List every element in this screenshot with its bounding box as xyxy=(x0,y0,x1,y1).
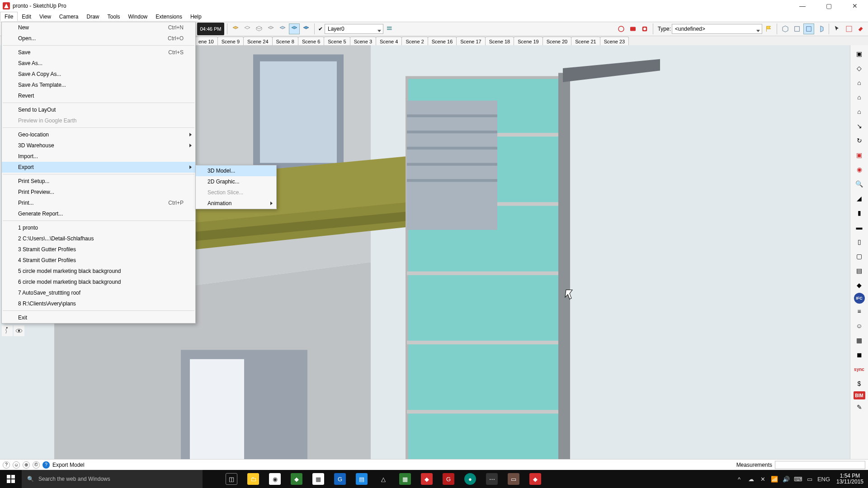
placeholder-icon[interactable]: ▣ xyxy=(853,47,866,61)
bim-badge[interactable]: BIM xyxy=(854,391,865,399)
credits-icon[interactable]: © xyxy=(33,461,40,469)
file-menu-item[interactable]: 8 R:\Clients\Avery\plans xyxy=(2,298,195,309)
menu-tools[interactable]: Tools xyxy=(104,12,124,21)
explorer-button[interactable]: 🗀 xyxy=(242,470,264,488)
wedge-icon[interactable]: ◢ xyxy=(853,192,866,205)
door-icon[interactable]: ▯ xyxy=(853,235,866,249)
component-icon[interactable] xyxy=(844,23,854,34)
export-submenu-item[interactable]: 3D Model... xyxy=(196,165,276,176)
home-outline-icon[interactable]: ⌂ xyxy=(853,90,866,104)
scene-tab[interactable]: Scene 17 xyxy=(456,37,485,46)
file-menu-item[interactable]: Save A Copy As... xyxy=(2,69,195,80)
file-menu-item[interactable]: 7 AutoSave_struttting roof xyxy=(2,287,195,298)
slab-icon[interactable]: ▬ xyxy=(853,221,866,234)
tray-lang[interactable]: ENG xyxy=(816,476,832,483)
scene-tab[interactable]: Scene 24 xyxy=(243,37,272,46)
dollar-icon[interactable]: $ xyxy=(853,377,866,390)
paint-icon[interactable] xyxy=(855,23,866,34)
roof-icon[interactable]: ◆ xyxy=(853,278,866,292)
scene-tab[interactable]: Scene 18 xyxy=(485,37,514,46)
export-submenu-item[interactable]: Animation xyxy=(196,198,276,209)
help-icon[interactable]: ? xyxy=(3,461,10,469)
taskbar-search[interactable]: 🔍 Search the web and Windows xyxy=(22,470,203,488)
file-menu-item[interactable]: Geo-location xyxy=(2,129,195,140)
plugin-red2-icon[interactable] xyxy=(627,23,638,34)
reload-icon[interactable]: ↻ xyxy=(853,134,866,147)
file-menu-item[interactable]: 5 circle model marketing black backgroun… xyxy=(2,266,195,277)
taskview-button[interactable]: ◫ xyxy=(221,470,242,488)
menu-draw[interactable]: Draw xyxy=(83,12,104,21)
home-icon[interactable]: ⌂ xyxy=(853,76,866,89)
solid-cube-icon[interactable]: ◼ xyxy=(853,348,866,361)
file-menu-item[interactable]: SaveCtrl+S xyxy=(2,47,195,58)
tray-tools-icon[interactable]: ✕ xyxy=(757,476,769,483)
user-icon[interactable]: ☺ xyxy=(13,461,20,469)
style-front-icon[interactable] xyxy=(230,23,241,34)
minimize-button[interactable]: — xyxy=(789,0,816,12)
style-mono-icon[interactable] xyxy=(301,23,311,34)
menu-extensions[interactable]: Extensions xyxy=(151,12,186,21)
file-menu-item[interactable]: Revert xyxy=(2,90,195,101)
plugin-red1-icon[interactable] xyxy=(616,23,627,34)
tray-action-icon[interactable]: ▭ xyxy=(804,476,816,483)
type-flag-icon[interactable] xyxy=(763,23,774,34)
layer-combo[interactable]: Layer0 xyxy=(325,24,383,34)
menu-view[interactable]: View xyxy=(35,12,55,21)
arrow-icon[interactable]: ↘ xyxy=(853,119,866,133)
close-button[interactable]: ✕ xyxy=(842,0,868,12)
style-wire-icon[interactable] xyxy=(254,23,264,34)
maximize-button[interactable]: ▢ xyxy=(816,0,842,12)
walk-icon[interactable] xyxy=(2,325,13,336)
app-g-button[interactable]: G xyxy=(329,470,351,488)
sheets-button[interactable]: ▦ xyxy=(394,470,416,488)
file-menu-item[interactable]: 4 Stramit Gutter Profiles xyxy=(2,255,195,266)
tray-overflow-icon[interactable]: ^ xyxy=(733,476,745,483)
ifc-icon[interactable]: IFC xyxy=(854,293,865,304)
measurements-input[interactable] xyxy=(775,461,865,469)
app-green-button[interactable]: ◆ xyxy=(286,470,307,488)
menu-window[interactable]: Window xyxy=(124,12,152,21)
people-icon[interactable]: ☺ xyxy=(853,319,866,333)
file-menu-item[interactable]: 6 circle model marketing black backgroun… xyxy=(2,277,195,287)
file-menu-item[interactable]: 2 C:\Users\...\Detail-Schlafhaus xyxy=(2,233,195,244)
menu-edit[interactable]: Edit xyxy=(18,12,35,21)
file-menu-item[interactable]: Exit xyxy=(2,312,195,323)
scene-tab[interactable]: Scene 23 xyxy=(600,37,629,46)
sketchup-button[interactable]: ◆ xyxy=(416,470,438,488)
scene-tab[interactable]: Scene 9 xyxy=(217,37,244,46)
app-g2-button[interactable]: G xyxy=(438,470,459,488)
export-submenu-item[interactable]: 2D Graphic... xyxy=(196,176,276,187)
style-back-icon[interactable] xyxy=(242,23,253,34)
style-shaded-icon[interactable] xyxy=(277,23,288,34)
scene-tab[interactable]: Scene 20 xyxy=(542,37,571,46)
look-icon[interactable] xyxy=(14,325,24,336)
app-grid-button[interactable]: ▦ xyxy=(307,470,329,488)
menu-camera[interactable]: Camera xyxy=(55,12,83,21)
scene-tab[interactable]: Scene 5 xyxy=(324,37,350,46)
camera-red-icon[interactable]: ▣ xyxy=(853,148,866,162)
wall-icon[interactable]: ▮ xyxy=(853,206,866,220)
sketchup2-button[interactable]: ◆ xyxy=(524,470,546,488)
menu-file[interactable]: File xyxy=(0,12,18,21)
layer-visible-checkbox[interactable]: ✔ xyxy=(317,26,324,32)
scene-tab[interactable]: Scene 6 xyxy=(298,37,324,46)
scene-tab[interactable]: ene 10 xyxy=(194,37,218,46)
tray-keyboard-icon[interactable]: ⌨ xyxy=(792,476,804,483)
scene-tab[interactable]: Scene 2 xyxy=(401,37,428,46)
file-menu-item[interactable]: Print...Ctrl+P xyxy=(2,197,195,208)
top-icon[interactable] xyxy=(792,23,802,34)
menu-help[interactable]: Help xyxy=(186,12,206,21)
scene-tab[interactable]: Scene 8 xyxy=(272,37,298,46)
file-menu-item[interactable]: 3 Stramit Gutter Profiles xyxy=(2,244,195,255)
file-menu-item[interactable]: 3D Warehouse xyxy=(2,140,195,151)
start-button[interactable] xyxy=(0,470,22,488)
scene-tab[interactable]: Scene 4 xyxy=(376,37,402,46)
tray-cloud-icon[interactable]: ☁ xyxy=(745,476,757,483)
grid-icon[interactable]: ▦ xyxy=(853,333,866,347)
info-icon[interactable]: ? xyxy=(42,461,50,469)
scene-tab[interactable]: Scene 21 xyxy=(571,37,600,46)
iso-icon[interactable] xyxy=(780,23,791,34)
shadow-time-display[interactable]: 04:46 PM xyxy=(197,23,224,35)
cube-outline-icon[interactable]: ◇ xyxy=(853,61,866,75)
file-menu-item[interactable]: Print Setup... xyxy=(2,176,195,187)
